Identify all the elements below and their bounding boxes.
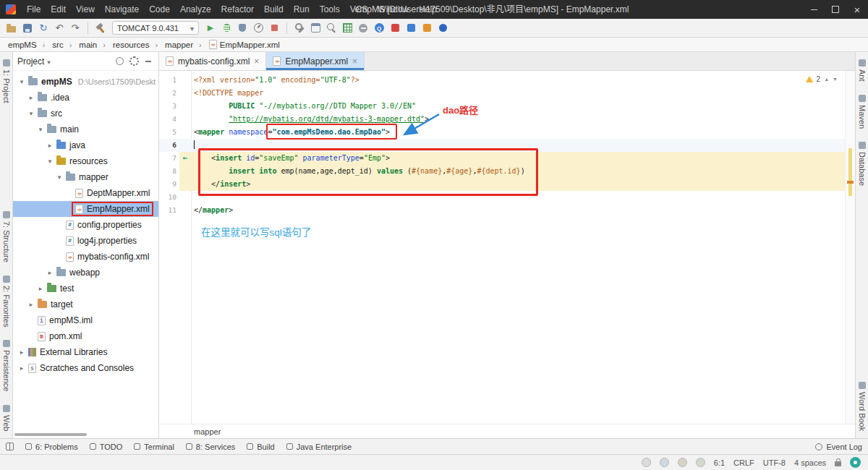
line-number[interactable]: 5 <box>159 126 179 139</box>
breadcrumb-tag[interactable]: mapper <box>194 427 221 436</box>
open-icon[interactable] <box>4 21 19 35</box>
tree-row-idea[interactable]: .idea <box>13 90 158 106</box>
tree-row-resources[interactable]: resources <box>13 153 158 169</box>
menu-run[interactable]: Run <box>289 0 315 19</box>
tree-row-empmapper-xml[interactable]: EmpMapper.xml <box>13 201 158 217</box>
status-plugin-icon-2[interactable] <box>660 458 669 467</box>
tool-stripe-database[interactable]: Database <box>858 139 867 189</box>
sync-icon[interactable] <box>36 21 51 35</box>
noentry-icon[interactable] <box>356 21 370 35</box>
code-text[interactable]: <?xml version="1.0" encoding="UTF-8"?> <box>191 74 845 87</box>
breadcrumb-empmapper-xml[interactable]: EmpMapper.xml <box>194 40 281 49</box>
close-tab-icon[interactable] <box>254 56 259 67</box>
tree-row-main[interactable]: main <box>13 121 158 137</box>
dbgrid-icon[interactable] <box>340 21 354 35</box>
run-configuration-selector[interactable]: TOMCAT 9.0.431 <box>112 21 199 35</box>
toolwindow-build[interactable]: Build <box>247 443 274 451</box>
breadcrumb-mapper[interactable]: mapper <box>150 40 194 49</box>
plug-blue-icon[interactable] <box>404 21 418 35</box>
gear-icon[interactable] <box>128 56 140 67</box>
prev-warning-icon[interactable] <box>824 77 829 82</box>
profiler-icon[interactable] <box>251 21 265 35</box>
status-plugin-icon-4[interactable] <box>696 458 705 467</box>
tree-row-deptmapper-xml[interactable]: DeptMapper.xml <box>13 185 158 201</box>
menu-refactor[interactable]: Refactor <box>216 0 259 19</box>
code-text[interactable] <box>191 139 845 152</box>
tool-stripe-1-project[interactable]: 1: Project <box>2 56 11 106</box>
warning-stripe-mark[interactable] <box>847 181 854 184</box>
horizontal-scrollbar[interactable] <box>14 433 87 436</box>
code-text[interactable]: insert into emp(name,age,dept_id) values… <box>191 165 845 178</box>
line-number[interactable]: 6 <box>159 139 179 152</box>
line-number[interactable]: 2 <box>159 87 179 100</box>
error-stripe-scrollbar[interactable] <box>845 71 855 424</box>
tree-row-webapp[interactable]: webapp <box>13 265 158 281</box>
breadcrumb-src[interactable]: src <box>38 40 64 49</box>
tree-row-mybatis-config-xml[interactable]: mybatis-config.xml <box>13 249 158 265</box>
code-text[interactable]: <!DOCTYPE mapper <box>191 87 845 100</box>
tree-row-java[interactable]: java <box>13 137 158 153</box>
tool-stripe-persistence[interactable]: Persistence <box>2 337 11 394</box>
encoding-selector[interactable]: UTF-8 <box>763 458 786 467</box>
status-plugin-icon-3[interactable] <box>678 458 687 467</box>
plug-blue2-icon[interactable] <box>435 21 450 35</box>
module-icon[interactable] <box>308 21 323 35</box>
tree-row-log4j-properties[interactable]: log4j.properties <box>13 233 158 249</box>
save-icon[interactable] <box>20 21 35 35</box>
line-number[interactable]: 11 <box>159 204 179 217</box>
code-text[interactable]: <insert id="saveEmp" parameterType="Emp"… <box>191 152 845 165</box>
tool-stripe-maven[interactable]: Maven <box>858 92 867 132</box>
tool-stripe-word-book[interactable]: Word Book <box>858 379 867 434</box>
run-icon[interactable] <box>203 21 218 35</box>
code-text[interactable]: "http://mybatis.org/dtd/mybatis-3-mapper… <box>191 113 845 126</box>
tree-row-mapper[interactable]: mapper <box>13 169 158 185</box>
coverage-icon[interactable] <box>235 21 250 35</box>
readonly-lock-icon[interactable] <box>835 461 841 466</box>
tree-row-test[interactable]: test <box>13 281 158 296</box>
tool-stripe-ant[interactable]: Ant <box>858 56 867 85</box>
menu-build[interactable]: Build <box>259 0 289 19</box>
tree-row-scratches-and-consoles[interactable]: Scratches and Consoles <box>13 360 158 376</box>
tool-stripe-web[interactable]: Web <box>2 402 11 434</box>
close-button[interactable] <box>846 0 868 19</box>
tree-row-src[interactable]: src <box>13 106 158 121</box>
menu-code[interactable]: Code <box>144 0 175 19</box>
inspection-widget[interactable]: 2 <box>806 75 838 83</box>
editor-tab-empmapper-xml[interactable]: EmpMapper.xml <box>266 52 365 70</box>
code-area[interactable]: 1<?xml version="1.0" encoding="UTF-8"?>2… <box>159 71 845 424</box>
line-number[interactable]: 9 <box>159 178 179 191</box>
code-text[interactable]: </insert> <box>191 178 845 191</box>
plugin-status-icon[interactable] <box>850 457 861 468</box>
next-warning-icon[interactable] <box>833 77 838 82</box>
tree-row-config-properties[interactable]: config.properties <box>13 217 158 233</box>
line-number[interactable]: 7 <box>159 152 179 165</box>
locate-file-icon[interactable] <box>114 56 125 67</box>
undo-icon[interactable] <box>52 21 67 35</box>
menu-window[interactable]: Window <box>373 0 414 19</box>
toolwindow-6-problems[interactable]: 6: Problems <box>25 443 78 451</box>
build-icon[interactable] <box>93 21 108 35</box>
code-text[interactable] <box>191 191 845 204</box>
menu-view[interactable]: View <box>71 0 100 19</box>
menu-help[interactable]: Help <box>414 0 442 19</box>
menu-analyze[interactable]: Analyze <box>175 0 216 19</box>
editor-breadcrumb[interactable]: mapper <box>159 424 855 438</box>
tree-row-empms[interactable]: empMSD:\Users\17509\Desktop <box>13 74 158 90</box>
tool-stripe-7-structure[interactable]: 7: Structure <box>2 208 11 265</box>
status-plugin-icon-1[interactable] <box>642 458 651 467</box>
line-number[interactable]: 8 <box>159 165 179 178</box>
line-number[interactable]: 1 <box>159 74 179 87</box>
plug-orange-icon[interactable] <box>420 21 434 35</box>
qblue-icon[interactable] <box>372 21 386 35</box>
toolwindow-switcher-icon[interactable] <box>6 443 14 450</box>
toolwindow-terminal[interactable]: Terminal <box>134 443 174 451</box>
event-log-button[interactable]: Event Log <box>815 443 862 451</box>
tree-row-external-libraries[interactable]: External Libraries <box>13 344 158 360</box>
chevron-down-icon[interactable] <box>47 56 51 67</box>
breadcrumb-main[interactable]: main <box>64 40 98 49</box>
debug-icon[interactable] <box>219 21 234 35</box>
line-number[interactable]: 4 <box>159 113 179 126</box>
toolwindow-todo[interactable]: TODO <box>90 443 123 451</box>
tree-row-pom-xml[interactable]: pom.xml <box>13 328 158 344</box>
menu-file[interactable]: File <box>22 0 46 19</box>
